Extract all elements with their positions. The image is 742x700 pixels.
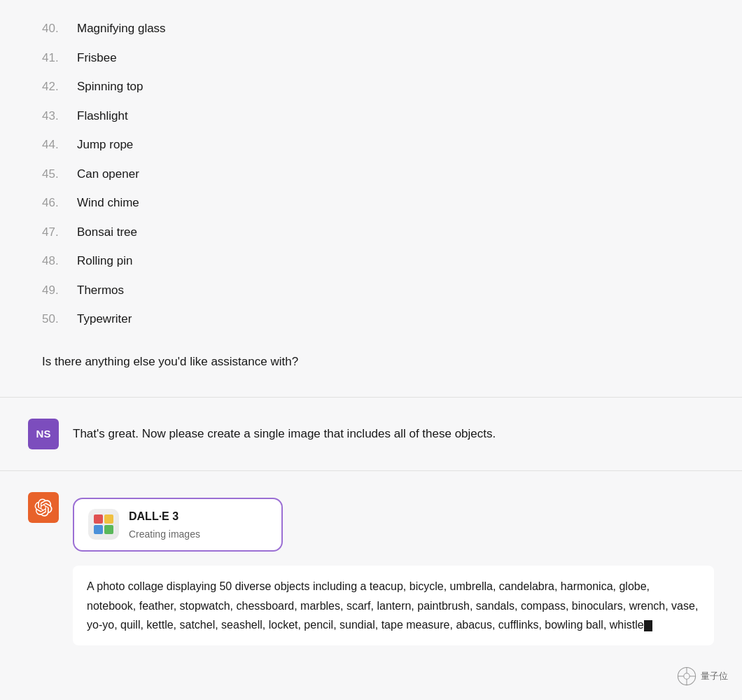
list-item: 41.Frisbee [42, 43, 700, 73]
list-number: 49. [42, 281, 77, 300]
watermark-icon [677, 666, 696, 686]
list-number: 44. [42, 136, 77, 154]
dalle-subtitle: Creating images [129, 526, 200, 542]
list-number: 45. [42, 165, 77, 183]
list-number: 50. [42, 310, 77, 328]
list-number: 40. [42, 20, 77, 38]
ai-message-row: DALL·E 3 Creating images A photo collage… [0, 471, 742, 660]
list-item-text: Bonsai tree [77, 223, 137, 241]
ai-response-text: A photo collage displaying 50 diverse ob… [73, 566, 714, 645]
openai-icon [34, 498, 52, 517]
dalle-card: DALL·E 3 Creating images [73, 498, 283, 552]
list-number: 46. [42, 194, 77, 212]
list-item-text: Thermos [77, 281, 124, 300]
svg-point-1 [684, 673, 690, 679]
list-item: 42.Spinning top [42, 72, 700, 102]
icon-block-green [104, 525, 113, 534]
list-item: 49.Thermos [42, 276, 700, 305]
list-item-text: Magnifying glass [77, 20, 166, 38]
list-item: 47.Bonsai tree [42, 218, 700, 247]
icon-block-red [94, 514, 103, 524]
dalle-title: DALL·E 3 [129, 507, 200, 526]
list-item-text: Wind chime [77, 194, 139, 212]
avatar-initials: NS [36, 428, 51, 440]
object-list: 40.Magnifying glass41.Frisbee42.Spinning… [42, 14, 700, 334]
user-message-content: That's great. Now please create a single… [73, 419, 714, 443]
icon-block-blue [94, 525, 103, 534]
list-item-text: Jump rope [77, 136, 133, 154]
list-item-text: Typewriter [77, 310, 132, 328]
list-item-text: Can opener [77, 165, 139, 183]
list-item: 48.Rolling pin [42, 246, 700, 276]
response-body: A photo collage displaying 50 diverse ob… [87, 580, 698, 630]
user-message-row: NS That's great. Now please create a sin… [0, 398, 742, 470]
cursor [644, 620, 652, 631]
list-number: 42. [42, 78, 77, 96]
ai-message-content: DALL·E 3 Creating images A photo collage… [73, 492, 714, 646]
list-item-text: Spinning top [77, 78, 144, 96]
dalle-icon [88, 509, 119, 540]
list-item: 40.Magnifying glass [42, 14, 700, 43]
list-number: 48. [42, 252, 77, 270]
watermark: 量子位 [677, 666, 728, 686]
list-item-text: Frisbee [77, 49, 117, 67]
list-item: 43.Flashlight [42, 102, 700, 131]
list-item-text: Flashlight [77, 107, 128, 125]
followup-text: Is there anything else you'd like assist… [42, 355, 700, 369]
list-item: 50.Typewriter [42, 304, 700, 334]
list-number: 41. [42, 49, 77, 67]
list-item: 45.Can opener [42, 160, 700, 189]
user-message-text: That's great. Now please create a single… [73, 427, 496, 440]
list-number: 47. [42, 223, 77, 241]
avatar: NS [28, 419, 59, 449]
list-number: 43. [42, 107, 77, 125]
ai-avatar [28, 492, 59, 523]
list-item-text: Rolling pin [77, 252, 132, 270]
dalle-info: DALL·E 3 Creating images [129, 507, 200, 542]
list-item: 46.Wind chime [42, 188, 700, 218]
list-section: 40.Magnifying glass41.Frisbee42.Spinning… [0, 0, 742, 397]
icon-block-yellow [104, 514, 113, 524]
list-item: 44.Jump rope [42, 130, 700, 160]
watermark-text: 量子位 [701, 670, 728, 682]
